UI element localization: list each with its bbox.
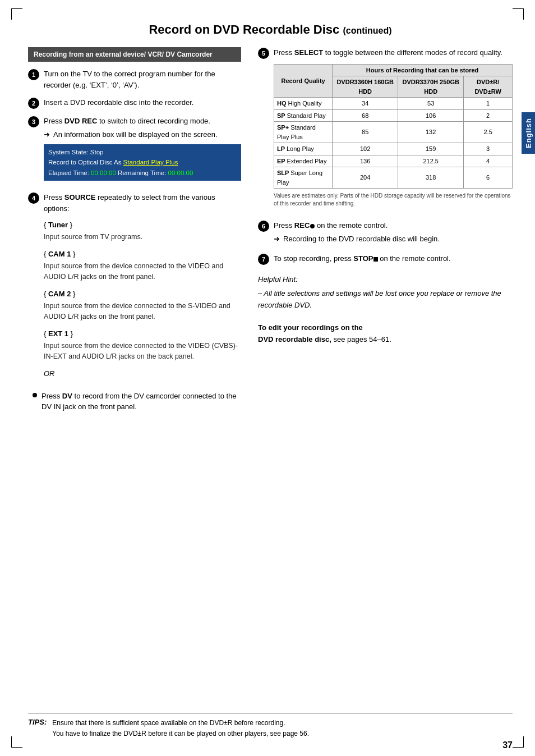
corner-mark-tr <box>513 8 524 20</box>
step-1-number: 1 <box>28 69 39 80</box>
table-cell-val3-3: 3 <box>464 143 513 155</box>
cam1-label: CAM 1 <box>48 250 71 258</box>
table-cell-val3-2: 2.5 <box>464 122 513 143</box>
source-cam2-desc: Input source from the device connected t… <box>44 301 241 322</box>
source-cam1-desc: Input source from the device connected t… <box>44 261 241 282</box>
rec-dot-icon <box>310 224 315 228</box>
ext1-label: EXT 1 <box>48 329 68 338</box>
step-7-text-before: To stop recording, press <box>274 254 353 263</box>
source-ext1: { EXT 1 } Input source from the device c… <box>44 328 241 361</box>
system-state-line-2: Record to Optical Disc As Standard Play … <box>48 157 237 167</box>
table-cell-quality-0: HQ High Quality <box>274 98 333 110</box>
page-title-continued: (continued) <box>343 26 391 35</box>
tips-line-2: You have to finalize the DVD±R before it… <box>52 728 309 739</box>
tips-label: TIPS: <box>28 718 47 726</box>
step-2: 2 Insert a DVD recordable disc into the … <box>28 97 241 109</box>
step-6-content: Press REC on the remote control. ➜ Recor… <box>274 220 513 246</box>
step-7-text-after: on the remote control. <box>380 254 450 263</box>
source-tuner-title: { Tuner } <box>44 219 241 231</box>
page-title-text: Record on DVD Recordable Disc <box>149 22 339 36</box>
corner-mark-br <box>513 736 524 748</box>
step-4-number: 4 <box>28 193 39 204</box>
table-cell-val1-4: 136 <box>333 155 398 167</box>
table-cell-val1-3: 102 <box>333 143 398 155</box>
tuner-label: Tuner <box>48 221 68 229</box>
step-4-bold: SOURCE <box>64 193 96 201</box>
quality-table: Record Quality Hours of Recording that c… <box>274 64 513 189</box>
step-4-content: Press SOURCE repeatedly to select from t… <box>44 192 241 384</box>
table-cell-val1-5: 204 <box>333 167 398 189</box>
edit-box: To edit your recordings on the DVD recor… <box>258 322 513 346</box>
page-title: Record on DVD Recordable Disc (continued… <box>28 22 513 37</box>
table-col-hours: Hours of Recording that can be stored <box>333 64 513 76</box>
step-3: 3 Press DVD REC to switch to direct reco… <box>28 116 241 185</box>
system-state-line-1: System State: Stop <box>48 147 237 157</box>
highlight-remaining: 00:00:00 <box>168 169 193 176</box>
tips-text: Ensure that there is sufficient space av… <box>52 718 309 739</box>
dv-step: Press DV to record from the DV camcorder… <box>33 391 241 413</box>
tips-section: TIPS: Ensure that there is sufficient sp… <box>28 713 513 739</box>
table-cell-quality-5: SLP Super Long Play <box>274 167 333 189</box>
step-2-content: Insert a DVD recordable disc into the re… <box>44 97 241 108</box>
step-1: 1 Turn on the TV to the correct program … <box>28 68 241 90</box>
step-3-bold: DVD REC <box>64 117 98 125</box>
table-cell-val2-4: 212.5 <box>398 155 464 167</box>
helpful-hint-title: Helpful Hint: <box>258 274 513 286</box>
source-cam2: { CAM 2 } Input source from the device c… <box>44 288 241 322</box>
corner-mark-tl <box>11 8 22 20</box>
system-state-box: System State: Stop Record to Optical Dis… <box>44 144 241 181</box>
step-4: 4 Press SOURCE repeatedly to select from… <box>28 192 241 384</box>
table-cell-quality-3: LP Long Play <box>274 143 333 155</box>
table-cell-val1-1: 68 <box>333 109 398 122</box>
helpful-hint-text: – All title selections and settings will… <box>258 288 513 311</box>
step-6-bold: REC <box>294 221 310 230</box>
table-subheader-1: DVDR3360H 160GB HDD <box>333 76 398 98</box>
step-7: 7 To stop recording, press STOP on the r… <box>258 253 513 265</box>
or-text: OR <box>44 368 241 379</box>
step-6-arrow: ➜ Recording to the DVD recordable disc w… <box>274 233 513 245</box>
table-cell-val3-4: 4 <box>464 155 513 167</box>
step-5: 5 Press SELECT to toggle between the dif… <box>258 47 513 213</box>
right-column: 5 Press SELECT to toggle between the dif… <box>252 47 513 346</box>
highlight-standard-play: Standard Play Plus <box>123 159 178 166</box>
source-tuner-desc: Input source from TV programs. <box>44 232 241 242</box>
step-7-bold: STOP <box>353 254 373 263</box>
table-cell-val2-2: 132 <box>398 122 464 143</box>
source-cam1: { CAM 1 } Input source from the device c… <box>44 249 241 282</box>
source-cam2-title: { CAM 2 } <box>44 288 241 300</box>
table-subheader-2: DVDR3370H 250GB HDD <box>398 76 464 98</box>
step-6-number: 6 <box>258 221 269 232</box>
step-3-text: to switch to direct recording mode. <box>99 117 210 125</box>
step-5-text: to toggle between the different modes of… <box>325 48 502 57</box>
table-cell-val2-5: 318 <box>398 167 464 189</box>
step-3-content: Press DVD REC to switch to direct record… <box>44 116 241 185</box>
table-cell-val1-2: 85 <box>333 122 398 143</box>
step-3-arrow-text: An information box will be displayed on … <box>53 129 218 140</box>
page-number: 37 <box>502 740 513 750</box>
step-7-content: To stop recording, press STOP on the rem… <box>274 253 513 264</box>
dv-step-content: Press DV to record from the DV camcorder… <box>41 391 241 413</box>
source-ext1-title: { EXT 1 } <box>44 328 241 340</box>
system-state-line-3: Elapsed Time: 00:00:00 Remaining Time: 0… <box>48 168 237 178</box>
cam2-label: CAM 2 <box>48 290 71 298</box>
edit-box-line3: see pages 54–61. <box>333 335 391 343</box>
source-ext1-desc: Input source from the device connected t… <box>44 341 241 362</box>
table-cell-val3-0: 1 <box>464 98 513 110</box>
table-cell-quality-1: SP Standard Play <box>274 109 333 122</box>
table-cell-val3-1: 2 <box>464 109 513 122</box>
step-3-arrow: ➜ An information box will be displayed o… <box>44 129 241 140</box>
step-7-number: 7 <box>258 254 269 265</box>
helpful-hint: Helpful Hint: – All title selections and… <box>258 274 513 311</box>
table-cell-quality-2: SP+ Standard Play Plus <box>274 122 333 143</box>
highlight-elapsed: 00:00:00 <box>91 169 116 176</box>
source-cam1-title: { CAM 1 } <box>44 249 241 260</box>
step-5-number: 5 <box>258 48 269 59</box>
table-note: Values are estimates only. Parts of the … <box>274 192 513 208</box>
step-5-bold: SELECT <box>294 48 323 57</box>
step-2-number: 2 <box>28 98 39 109</box>
edit-line1-span: To edit your recordings on the <box>258 323 363 332</box>
step-5-content: Press SELECT to toggle between the diffe… <box>274 47 513 213</box>
table-col-quality: Record Quality <box>274 64 333 98</box>
step-1-content: Turn on the TV to the correct program nu… <box>44 68 241 90</box>
table-subheader-3: DVD±R/ DVD±RW <box>464 76 513 98</box>
